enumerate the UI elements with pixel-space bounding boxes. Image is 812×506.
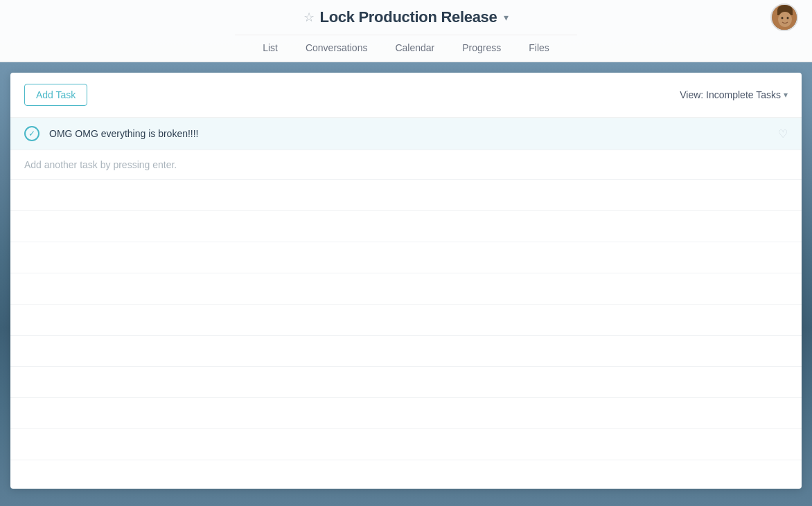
toolbar: Add Task View: Incomplete Tasks ▾ xyxy=(10,73,802,118)
svg-point-5 xyxy=(787,17,789,19)
view-selector-label: View: Incomplete Tasks xyxy=(680,89,781,100)
header-nav: List Conversations Calendar Progress Fil… xyxy=(235,35,577,62)
nav-item-conversations[interactable]: Conversations xyxy=(292,35,382,62)
check-mark-icon: ✓ xyxy=(28,129,35,138)
empty-row-8 xyxy=(10,398,802,429)
nav-item-calendar[interactable]: Calendar xyxy=(381,35,448,62)
task-list: ✓ OMG OMG everything is broken!!!! ♡ Add… xyxy=(10,118,802,489)
main-content-panel: Add Task View: Incomplete Tasks ▾ ✓ OMG … xyxy=(10,73,802,489)
empty-row-4 xyxy=(10,273,802,305)
task-title[interactable]: OMG OMG everything is broken!!!! xyxy=(49,128,778,139)
avatar-container[interactable] xyxy=(770,3,798,31)
avatar-face xyxy=(772,4,797,30)
project-title-area: ☆ Lock Production Release ▾ xyxy=(303,8,509,26)
empty-row-3 xyxy=(10,242,802,273)
svg-point-3 xyxy=(778,12,792,27)
nav-item-files[interactable]: Files xyxy=(515,35,563,62)
task-heart-icon[interactable]: ♡ xyxy=(778,127,788,141)
svg-point-4 xyxy=(782,17,784,19)
view-selector[interactable]: View: Incomplete Tasks ▾ xyxy=(680,89,788,100)
view-selector-chevron-icon: ▾ xyxy=(784,90,788,100)
add-prompt-row[interactable]: Add another task by pressing enter. xyxy=(10,150,802,180)
avatar[interactable] xyxy=(770,3,798,31)
title-chevron-icon[interactable]: ▾ xyxy=(504,12,509,23)
empty-row-2 xyxy=(10,211,802,242)
nav-item-list[interactable]: List xyxy=(249,35,292,62)
empty-row-1 xyxy=(10,180,802,211)
star-icon[interactable]: ☆ xyxy=(303,10,315,25)
header: ☆ Lock Production Release ▾ xyxy=(0,0,812,62)
add-prompt-text: Add another task by pressing enter. xyxy=(24,159,177,170)
nav-item-progress[interactable]: Progress xyxy=(448,35,515,62)
empty-row-10 xyxy=(10,460,802,489)
page-title: Lock Production Release xyxy=(320,8,497,26)
empty-row-9 xyxy=(10,429,802,460)
add-task-button[interactable]: Add Task xyxy=(24,84,87,106)
task-checkbox[interactable]: ✓ xyxy=(24,126,39,141)
empty-row-7 xyxy=(10,367,802,398)
empty-row-6 xyxy=(10,336,802,367)
header-top: ☆ Lock Production Release ▾ xyxy=(0,0,812,35)
table-row: ✓ OMG OMG everything is broken!!!! ♡ xyxy=(10,118,802,150)
empty-row-5 xyxy=(10,305,802,336)
